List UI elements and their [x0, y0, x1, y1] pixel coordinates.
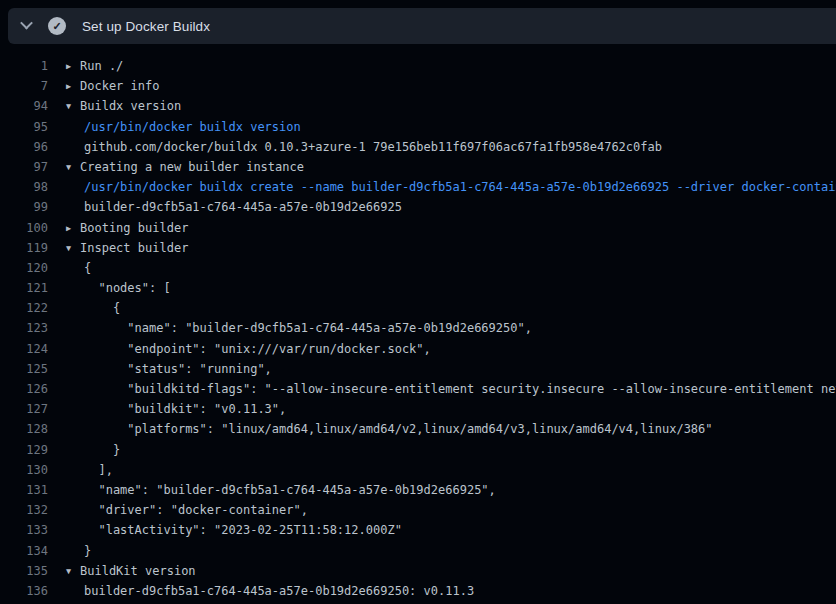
- log-line-text: builder-d9cfb5a1-c764-445a-a57e-0b19d2e6…: [48, 581, 474, 601]
- log-line[interactable]: 1 ▶Run ./: [0, 56, 836, 76]
- log-line-text: Inspect builder: [80, 238, 188, 258]
- line-number[interactable]: 132: [0, 500, 48, 520]
- line-number[interactable]: 7: [0, 76, 48, 96]
- log-line-text: ],: [48, 460, 113, 480]
- log-line-text: Docker info: [80, 76, 159, 96]
- log-line: 126 "buildkitd-flags": "--allow-insecure…: [0, 379, 836, 399]
- log-line: 99 builder-d9cfb5a1-c764-445a-a57e-0b19d…: [0, 197, 836, 217]
- log-line: 121 "nodes": [: [0, 278, 836, 298]
- line-number[interactable]: 135: [0, 561, 48, 581]
- line-number[interactable]: 136: [0, 581, 48, 601]
- line-number[interactable]: 127: [0, 399, 48, 419]
- step-header[interactable]: ✓ Set up Docker Buildx: [8, 8, 836, 44]
- line-number[interactable]: 122: [0, 298, 48, 318]
- line-number[interactable]: 130: [0, 460, 48, 480]
- line-number[interactable]: 94: [0, 96, 48, 116]
- log-line[interactable]: 97 ▼Creating a new builder instance: [0, 157, 836, 177]
- log-line-text: /usr/bin/docker buildx create --name bui…: [48, 177, 836, 197]
- log-line-text: "name": "builder-d9cfb5a1-c764-445a-a57e…: [48, 480, 496, 500]
- log-line: 120 {: [0, 258, 836, 278]
- log-line: 125 "status": "running",: [0, 359, 836, 379]
- log-line: 128 "platforms": "linux/amd64,linux/amd6…: [0, 419, 836, 439]
- log-line: 98 /usr/bin/docker buildx create --name …: [0, 177, 836, 197]
- log-line-text: "buildkitd-flags": "--allow-insecure-ent…: [48, 379, 836, 399]
- triangle-expanded-icon[interactable]: ▼: [66, 561, 80, 581]
- log-line: 96 github.com/docker/buildx 0.10.3+azure…: [0, 137, 836, 157]
- triangle-collapsed-icon[interactable]: ▶: [66, 76, 80, 96]
- log-line-text: Run ./: [80, 56, 123, 76]
- log-line-text: }: [48, 541, 91, 561]
- log-line[interactable]: 119 ▼Inspect builder: [0, 238, 836, 258]
- step-status-check-icon: ✓: [48, 17, 66, 35]
- triangle-expanded-icon[interactable]: ▼: [66, 238, 80, 258]
- log-line-text: github.com/docker/buildx 0.10.3+azure-1 …: [48, 137, 662, 157]
- line-number[interactable]: 125: [0, 359, 48, 379]
- line-number[interactable]: 131: [0, 480, 48, 500]
- line-number[interactable]: 97: [0, 157, 48, 177]
- log-line-text: "nodes": [: [48, 278, 171, 298]
- log-line-text: "status": "running",: [48, 359, 272, 379]
- line-number[interactable]: 123: [0, 318, 48, 338]
- log-line: 136 builder-d9cfb5a1-c764-445a-a57e-0b19…: [0, 581, 836, 601]
- log-line-text: {: [48, 298, 120, 318]
- log-line: 129 }: [0, 440, 836, 460]
- line-number[interactable]: 120: [0, 258, 48, 278]
- line-number[interactable]: 133: [0, 520, 48, 540]
- log-line: 130 ],: [0, 460, 836, 480]
- line-number[interactable]: 124: [0, 339, 48, 359]
- line-number[interactable]: 134: [0, 541, 48, 561]
- log-line: 122 {: [0, 298, 836, 318]
- step-title: Set up Docker Buildx: [82, 19, 210, 34]
- log-line-text: "name": "builder-d9cfb5a1-c764-445a-a57e…: [48, 318, 532, 338]
- line-number[interactable]: 119: [0, 238, 48, 258]
- line-number[interactable]: 1: [0, 56, 48, 76]
- log-line: 132 "driver": "docker-container",: [0, 500, 836, 520]
- log-line-text: "driver": "docker-container",: [48, 500, 308, 520]
- log-line-text: "lastActivity": "2023-02-25T11:58:12.000…: [48, 520, 402, 540]
- line-number[interactable]: 96: [0, 137, 48, 157]
- log-line-text: Buildx version: [80, 96, 181, 116]
- log-line: 131 "name": "builder-d9cfb5a1-c764-445a-…: [0, 480, 836, 500]
- line-number[interactable]: 100: [0, 218, 48, 238]
- log-line: 134 }: [0, 541, 836, 561]
- triangle-expanded-icon[interactable]: ▼: [66, 157, 80, 177]
- triangle-collapsed-icon[interactable]: ▶: [66, 56, 80, 76]
- log-line-text: Booting builder: [80, 218, 188, 238]
- log-line-text: builder-d9cfb5a1-c764-445a-a57e-0b19d2e6…: [48, 197, 402, 217]
- line-number[interactable]: 99: [0, 197, 48, 217]
- log-line-text: "platforms": "linux/amd64,linux/amd64/v2…: [48, 419, 713, 439]
- log-line-text: /usr/bin/docker buildx version: [48, 117, 301, 137]
- log-line: 133 "lastActivity": "2023-02-25T11:58:12…: [0, 520, 836, 540]
- line-number[interactable]: 128: [0, 419, 48, 439]
- log-line-text: "buildkit": "v0.11.3",: [48, 399, 286, 419]
- log-line-text: BuildKit version: [80, 561, 196, 581]
- log-line-text: Creating a new builder instance: [80, 157, 304, 177]
- log-line: 124 "endpoint": "unix:///var/run/docker.…: [0, 339, 836, 359]
- log-line[interactable]: 94 ▼Buildx version: [0, 96, 836, 116]
- log-line[interactable]: 7 ▶Docker info: [0, 76, 836, 96]
- chevron-down-icon[interactable]: [20, 16, 33, 29]
- log-line-text: }: [48, 440, 120, 460]
- log-line[interactable]: 100 ▶Booting builder: [0, 218, 836, 238]
- triangle-collapsed-icon[interactable]: ▶: [66, 218, 80, 238]
- log-line[interactable]: 135 ▼BuildKit version: [0, 561, 836, 581]
- log-line: 95 /usr/bin/docker buildx version: [0, 117, 836, 137]
- line-number[interactable]: 126: [0, 379, 48, 399]
- log-line-text: "endpoint": "unix:///var/run/docker.sock…: [48, 339, 431, 359]
- line-number[interactable]: 95: [0, 117, 48, 137]
- log-line-text: {: [48, 258, 91, 278]
- log-output: 1 ▶Run ./ 7 ▶Docker info 94 ▼Buildx vers…: [0, 56, 836, 601]
- log-line: 127 "buildkit": "v0.11.3",: [0, 399, 836, 419]
- line-number[interactable]: 98: [0, 177, 48, 197]
- log-line: 123 "name": "builder-d9cfb5a1-c764-445a-…: [0, 318, 836, 338]
- line-number[interactable]: 121: [0, 278, 48, 298]
- line-number[interactable]: 129: [0, 440, 48, 460]
- triangle-expanded-icon[interactable]: ▼: [66, 96, 80, 116]
